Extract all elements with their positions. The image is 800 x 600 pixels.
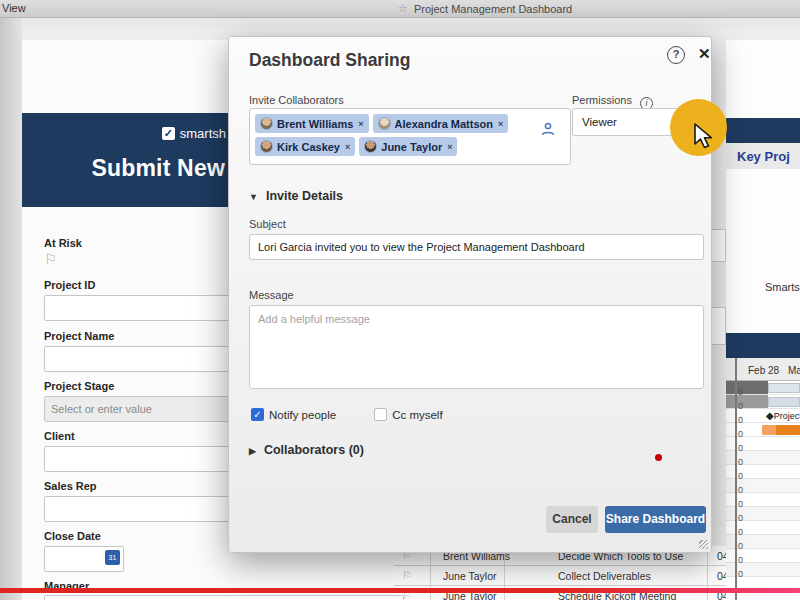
smartsheet-logo-icon: ✓ [162, 127, 175, 140]
mouse-cursor [692, 123, 718, 155]
webform-heading: Submit New [91, 155, 225, 182]
cancel-button[interactable]: Cancel [546, 506, 598, 533]
field-label-close-date: Close Date [44, 530, 101, 542]
smartsheet-logo-text: smartsh [180, 126, 226, 141]
permissions-label-text: Permissions [572, 94, 632, 106]
invite-details-section[interactable]: ▼Invite Details [249, 189, 343, 203]
key-projects-header: Key Proj [726, 143, 800, 169]
gantt-widget-titlebar [726, 333, 800, 358]
collaborators-label: Collaborators (0) [264, 443, 364, 457]
menu-bar: View ☆ Project Management Dashboard [0, 0, 800, 18]
clipped-date-column: 0 0 0 0 0 0 0 0 0 0 0 0 0 0 [738, 385, 747, 581]
select-contacts-icon[interactable] [540, 121, 556, 141]
video-progress-bar[interactable] [0, 588, 800, 593]
dialog-title: Dashboard Sharing [249, 50, 410, 71]
toolbar-strip [0, 18, 800, 28]
dashboard-right-panel: Key Proj Smarts Feb 28 Ma ◆Project [726, 40, 800, 600]
gantt-task-bar[interactable] [762, 425, 800, 435]
notify-people-checkbox[interactable]: ✓ Notify people [251, 408, 336, 421]
left-edge-gutter [0, 18, 22, 600]
favorite-star-icon[interactable]: ☆ [398, 2, 408, 15]
collaborator-chip[interactable]: Brent Williams × [255, 114, 369, 133]
gantt-date-tick: Ma [788, 365, 800, 376]
webform-banner: ✓ smartsh Submit New [22, 113, 228, 207]
background-input-sliver [711, 307, 726, 345]
notification-options: ✓ Notify people Cc myself [251, 408, 443, 421]
collaborators-section[interactable]: ▶Collaborators (0) [249, 443, 364, 457]
resize-handle[interactable] [699, 540, 708, 549]
subject-label: Subject [249, 218, 286, 230]
collaborator-chip[interactable]: Kirk Caskey × [255, 137, 355, 156]
close-icon[interactable]: ✕ [698, 45, 711, 63]
gantt-grid-divider [735, 358, 737, 600]
dashboard-widget-titlebar [726, 118, 800, 143]
field-label-project-stage: Project Stage [44, 380, 114, 392]
title-bar: ☆ Project Management Dashboard [398, 2, 572, 15]
share-dashboard-button[interactable]: Share Dashboard [605, 506, 706, 533]
gantt-summary-cell [726, 381, 768, 394]
table-row[interactable]: ⚐ June Taylor Collect Deliverables 04/21… [394, 566, 748, 586]
field-label-project-name: Project Name [44, 330, 114, 342]
gantt-summary-bar[interactable] [768, 383, 800, 393]
cc-myself-label: Cc myself [392, 409, 442, 421]
chevron-down-icon[interactable]: ▼ [249, 192, 258, 202]
chevron-right-icon[interactable]: ▶ [249, 446, 256, 456]
message-label: Message [249, 289, 294, 301]
flag-icon[interactable]: ⚐ [44, 251, 57, 267]
checkbox-unchecked-icon[interactable] [374, 408, 387, 421]
help-icon[interactable]: ? [667, 46, 685, 64]
field-label-at-risk: At Risk [44, 237, 82, 249]
key-projects-title: Key Proj [737, 149, 790, 164]
gantt-milestone[interactable]: ◆Project [766, 410, 800, 421]
invite-details-label: Invite Details [266, 189, 343, 203]
dialog-buttons: Cancel Share Dashboard [229, 506, 713, 534]
gantt-timeline-header: Feb 28 Ma [726, 358, 800, 381]
gantt-date-tick: Feb 28 [748, 365, 779, 376]
milestone-diamond-icon: ◆ [766, 410, 774, 421]
manager-input[interactable] [44, 595, 404, 600]
dashboard-sharing-dialog: Dashboard Sharing ? ✕ Invite Collaborato… [228, 36, 712, 553]
message-textarea[interactable] [249, 305, 704, 389]
avatar [260, 117, 273, 130]
collaborator-name: Brent Williams [277, 118, 353, 130]
checkbox-checked-icon[interactable]: ✓ [251, 408, 264, 421]
collaborator-name: June Taylor [381, 141, 442, 153]
smartsheet-logo: ✓ smartsh [162, 126, 226, 141]
invite-collaborators-label: Invite Collaborators [249, 94, 344, 106]
menu-item-view[interactable]: View [2, 2, 26, 14]
avatar [364, 140, 377, 153]
notify-people-label: Notify people [269, 409, 336, 421]
calendar-icon[interactable]: 31 [105, 550, 120, 565]
remove-chip-icon[interactable]: × [447, 142, 452, 152]
smartsheet-caption: Smarts [765, 281, 800, 293]
collaborator-chip[interactable]: June Taylor × [359, 137, 457, 156]
gantt-summary-bar[interactable] [768, 397, 800, 407]
collaborator-chip[interactable]: Alexandra Mattson × [373, 114, 509, 133]
collaborator-name: Kirk Caskey [277, 141, 340, 153]
cell-assigned-to: June Taylor [443, 570, 497, 582]
collaborator-name: Alexandra Mattson [395, 118, 493, 130]
cc-myself-checkbox[interactable]: Cc myself [374, 408, 442, 421]
avatar [260, 140, 273, 153]
milestone-label: Project [774, 411, 800, 421]
invite-collaborators-input[interactable]: Brent Williams × Alexandra Mattson × Kir… [249, 108, 571, 165]
field-label-sales-rep: Sales Rep [44, 480, 97, 492]
subject-input[interactable] [249, 234, 704, 260]
remove-chip-icon[interactable]: × [498, 119, 503, 129]
remove-chip-icon[interactable]: × [345, 142, 350, 152]
flag-icon[interactable]: ⚐ [402, 569, 412, 582]
cell-task-name: Collect Deliverables [558, 570, 651, 582]
field-label-project-id: Project ID [44, 279, 95, 291]
avatar [378, 117, 391, 130]
remove-chip-icon[interactable]: × [358, 119, 363, 129]
gantt-summary-cell [726, 395, 768, 408]
recording-dot [655, 454, 662, 461]
background-input-sliver [711, 229, 726, 262]
field-label-client: Client [44, 430, 75, 442]
page-title: Project Management Dashboard [414, 3, 572, 15]
